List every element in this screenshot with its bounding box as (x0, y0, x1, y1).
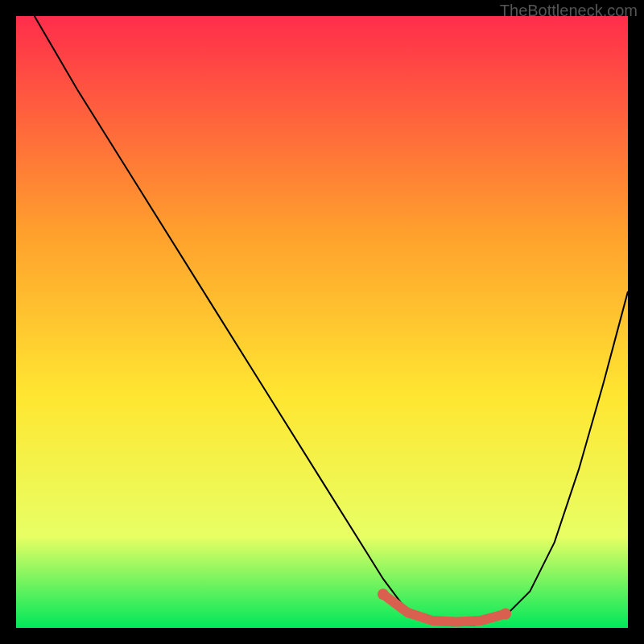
chart-frame: TheBottleneck.com (0, 0, 644, 644)
chart-plot-area (16, 16, 628, 628)
highlight-point-1 (500, 609, 511, 620)
highlight-point-0 (378, 588, 389, 600)
gradient-background (16, 16, 628, 628)
chart-svg (16, 16, 628, 628)
